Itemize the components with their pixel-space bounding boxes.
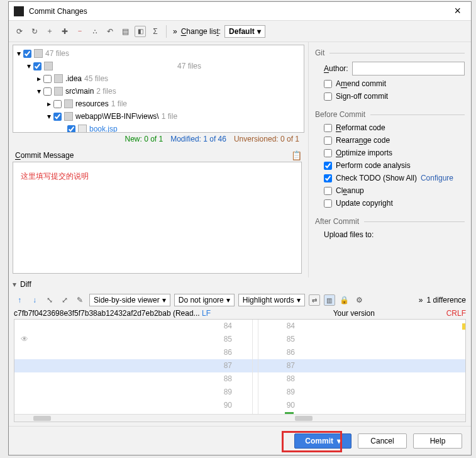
eye-icon[interactable]: 👁: [21, 335, 28, 344]
sync-icon[interactable]: ↻: [29, 26, 40, 37]
rearrange-checkbox[interactable]: [324, 137, 332, 145]
expand-icon[interactable]: ⤡: [44, 294, 55, 306]
ignore-select[interactable]: Do not ignore▾: [174, 294, 235, 306]
amend-row[interactable]: Amend commit: [315, 77, 465, 90]
right-file-title: Your version: [333, 309, 446, 318]
cancel-button[interactable]: Cancel: [358, 433, 407, 449]
changes-panel: ▾ 47 files ▾ 47 files ▸ .idea 45 files ▾…: [9, 42, 309, 277]
viewer-mode-select[interactable]: Side-by-side viewer▾: [89, 294, 170, 306]
commit-button[interactable]: Commit▾: [294, 433, 351, 449]
close-button[interactable]: ×: [449, 4, 466, 18]
lock-icon[interactable]: 🔒: [339, 294, 350, 306]
rearrange-row[interactable]: Rearrange code: [315, 134, 465, 147]
reformat-icon[interactable]: Σ: [150, 26, 161, 37]
commit-message-textarea[interactable]: 这里填写提交的说明: [13, 162, 302, 274]
app-icon: [14, 6, 24, 16]
group-icon[interactable]: ⛬: [89, 26, 101, 37]
scrollbar-thumb[interactable]: [33, 416, 51, 421]
commit-changes-dialog: Commit Changes × ⟳ ↻ ＋ ✚ － ⛬ ↶ ▤ ◧ Σ » C…: [8, 1, 472, 455]
changelist-select[interactable]: Default ▾: [224, 25, 265, 38]
cleanup-checkbox[interactable]: [324, 187, 332, 195]
new-icon[interactable]: ✚: [59, 26, 70, 37]
commit-message-label-row: Commit Message 📋: [13, 149, 304, 162]
reformat-row[interactable]: Reformat code: [315, 121, 465, 134]
diff-gutter: [252, 320, 258, 422]
optimize-row[interactable]: Optimize imports: [315, 147, 465, 159]
chevron-down-icon: ▾: [162, 296, 166, 304]
down-arrow-icon[interactable]: ↓: [29, 294, 40, 306]
author-label: Author:: [324, 64, 348, 73]
collapse-diff-icon[interactable]: ▾: [13, 280, 16, 289]
tree-row[interactable]: ▾ webapp\WEB-INF\views\ 1 file: [14, 110, 302, 123]
sync-scroll-icon[interactable]: ⇄: [309, 294, 320, 306]
after-group-title: After Commit: [315, 215, 465, 228]
configure-link[interactable]: Configure: [421, 174, 453, 182]
tree-row[interactable]: ▾ 47 files: [14, 60, 302, 72]
reformat-checkbox[interactable]: [324, 124, 332, 132]
folder-icon: [54, 87, 63, 96]
titlebar[interactable]: Commit Changes ×: [9, 2, 471, 21]
show-icon[interactable]: ◧: [135, 26, 146, 37]
analysis-checkbox[interactable]: [324, 162, 332, 170]
overview-marker[interactable]: [462, 323, 466, 330]
tree-row[interactable]: ▾ src\main 2 files: [14, 85, 302, 98]
window-title: Commit Changes: [29, 7, 87, 16]
remove-icon[interactable]: －: [74, 26, 86, 37]
help-button[interactable]: Help: [413, 433, 462, 449]
tree-row[interactable]: book.jsp: [14, 123, 302, 133]
edit-icon[interactable]: ✎: [74, 294, 86, 306]
cleanup-row[interactable]: Cleanup: [315, 184, 465, 197]
author-row: Author:: [315, 60, 465, 77]
folder-icon: [64, 112, 73, 121]
tree-row[interactable]: ▸ resources 1 file: [14, 98, 302, 110]
git-group-title: Git: [315, 46, 465, 60]
checkbox[interactable]: [43, 87, 52, 96]
modified-count: Modified: 1 of 46: [170, 135, 226, 143]
todo-row[interactable]: Check TODO (Show All) Configure: [315, 172, 465, 184]
checkbox[interactable]: [43, 75, 52, 83]
add-icon[interactable]: ＋: [44, 26, 55, 37]
optimize-checkbox[interactable]: [324, 149, 332, 157]
checkbox[interactable]: [23, 50, 31, 58]
highlight-select[interactable]: Highlight words▾: [238, 294, 305, 306]
undo-icon[interactable]: ↶: [104, 26, 116, 37]
changes-tree[interactable]: ▾ 47 files ▾ 47 files ▸ .idea 45 files ▾…: [13, 45, 304, 133]
editor-settings-icon[interactable]: ▥: [324, 294, 335, 306]
checkbox[interactable]: [53, 100, 62, 108]
diff-count: 1 difference: [427, 296, 467, 304]
tree-row[interactable]: ▸ .idea 45 files: [14, 72, 302, 85]
scrollbar-thumb[interactable]: [295, 416, 313, 421]
toolbar: ⟳ ↻ ＋ ✚ － ⛬ ↶ ▤ ◧ Σ » Change list: Defau…: [9, 21, 471, 42]
changes-summary: New: 0 of 1 Modified: 1 of 46 Unversione…: [13, 133, 304, 145]
collapse-icon[interactable]: ⤢: [59, 294, 70, 306]
diff-viewer[interactable]: 👁 8485868788899091 8485868788899091: [14, 319, 466, 422]
checkbox[interactable]: [67, 125, 75, 133]
folder-icon: [54, 74, 63, 83]
options-panel: Git Author: Amend commit Sign-off commit…: [309, 42, 471, 277]
author-input[interactable]: [352, 62, 465, 75]
amend-checkbox[interactable]: [324, 80, 332, 88]
diff-toolbar: ↑ ↓ ⤡ ⤢ ✎ Side-by-side viewer▾ Do not ig…: [9, 291, 471, 309]
message-history-icon[interactable]: 📋: [291, 150, 302, 160]
diff-header[interactable]: ▾ Diff: [9, 277, 471, 291]
copyright-checkbox[interactable]: [324, 199, 332, 208]
refresh-icon[interactable]: ⟳: [14, 26, 25, 37]
signoff-checkbox[interactable]: [324, 92, 332, 101]
analysis-row[interactable]: Perform code analysis: [315, 159, 465, 172]
up-arrow-icon[interactable]: ↑: [14, 294, 25, 306]
checkbox[interactable]: [33, 62, 42, 70]
diff-file-headers: c7fb7f0423698e3f5f7b38ab12432af2d7eb2bab…: [9, 309, 471, 318]
before-group-title: Before Commit: [315, 108, 465, 121]
todo-checkbox[interactable]: [324, 174, 332, 182]
tree-row[interactable]: ▾ 47 files: [14, 47, 302, 60]
checkbox[interactable]: [53, 113, 62, 121]
gear-icon[interactable]: ⚙: [354, 294, 365, 306]
upload-row: Upload files to:: [315, 228, 465, 241]
chevron-down-icon: ▾: [337, 437, 341, 445]
diff-icon[interactable]: ▤: [119, 26, 131, 37]
horizontal-scrollbar[interactable]: [14, 414, 465, 422]
copyright-row[interactable]: Update copyright: [315, 197, 465, 209]
signoff-row[interactable]: Sign-off commit: [315, 90, 465, 103]
folder-icon: [64, 99, 73, 108]
chevron-down-icon: ▾: [257, 27, 261, 36]
